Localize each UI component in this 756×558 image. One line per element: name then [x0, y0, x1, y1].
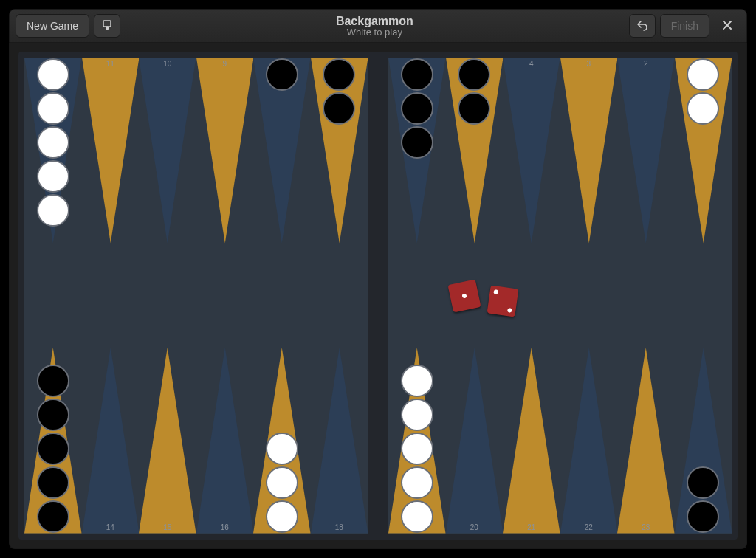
- checker-stack: [388, 364, 446, 534]
- point-18[interactable]: 18: [311, 296, 368, 534]
- die-2[interactable]: [487, 285, 518, 317]
- close-button[interactable]: [714, 14, 740, 38]
- point-triangle: [139, 58, 196, 244]
- point-4[interactable]: 4: [503, 58, 560, 296]
- point-triangle: [560, 348, 618, 534]
- black-checker[interactable]: [687, 466, 719, 499]
- black-checker[interactable]: [266, 58, 298, 91]
- checker-stack: [675, 466, 732, 534]
- point-15[interactable]: 15: [139, 296, 196, 534]
- svg-marker-4: [139, 58, 196, 244]
- black-checker[interactable]: [37, 500, 69, 533]
- white-checker[interactable]: [401, 466, 433, 499]
- point-triangle: [617, 348, 675, 534]
- header-right: Finish: [629, 14, 740, 38]
- point-6[interactable]: 6: [388, 58, 446, 296]
- svg-marker-11: [196, 348, 254, 534]
- svg-marker-23: [560, 348, 618, 534]
- svg-marker-21: [446, 348, 504, 534]
- point-3[interactable]: 3: [560, 58, 618, 296]
- svg-marker-18: [617, 58, 675, 244]
- svg-marker-9: [82, 348, 140, 534]
- point-23[interactable]: 23: [617, 296, 675, 534]
- point-10[interactable]: 10: [139, 58, 196, 296]
- point-triangle: [196, 348, 254, 534]
- white-checker[interactable]: [37, 160, 69, 193]
- hint-button[interactable]: [94, 14, 120, 38]
- point-20[interactable]: 20: [446, 296, 504, 534]
- black-checker[interactable]: [323, 58, 355, 91]
- point-triangle: [82, 58, 140, 244]
- point-16[interactable]: 16: [196, 296, 254, 534]
- window-subtitle: White to play: [347, 27, 402, 37]
- point-2[interactable]: 2: [617, 58, 675, 296]
- black-checker[interactable]: [37, 433, 69, 465]
- black-checker[interactable]: [687, 500, 719, 533]
- checker-stack: [253, 432, 311, 534]
- black-checker[interactable]: [323, 92, 355, 125]
- header-bar: New Game Backgammon White to play Finish: [9, 9, 747, 43]
- black-checker[interactable]: [458, 92, 490, 125]
- black-checker[interactable]: [401, 126, 433, 159]
- point-12[interactable]: 12: [24, 58, 82, 296]
- board-left-half: 121110987 131415161718: [24, 58, 368, 534]
- svg-marker-5: [196, 58, 254, 244]
- black-checker[interactable]: [37, 365, 69, 397]
- header-center: Backgammon White to play: [125, 16, 625, 37]
- point-triangle: [311, 348, 368, 534]
- checker-stack: [24, 364, 82, 534]
- checker-stack: [446, 58, 504, 125]
- point-13[interactable]: 13: [24, 296, 82, 534]
- svg-marker-16: [503, 58, 560, 244]
- point-11[interactable]: 11: [82, 58, 140, 296]
- white-checker[interactable]: [401, 433, 433, 465]
- die-1[interactable]: [447, 279, 481, 312]
- finish-button[interactable]: Finish: [660, 14, 709, 38]
- checker-stack: [253, 58, 311, 92]
- new-game-label: New Game: [27, 20, 78, 32]
- checker-stack: [675, 58, 732, 125]
- white-checker[interactable]: [401, 399, 433, 431]
- point-21[interactable]: 21: [503, 296, 560, 534]
- white-checker[interactable]: [687, 58, 719, 91]
- hint-icon: [101, 19, 113, 33]
- black-checker[interactable]: [37, 466, 69, 499]
- board-right-half: 654321 192021222324: [388, 58, 732, 534]
- white-checker[interactable]: [266, 433, 298, 465]
- svg-marker-10: [139, 348, 196, 534]
- black-checker[interactable]: [401, 58, 433, 91]
- point-triangle: [503, 58, 560, 244]
- point-14[interactable]: 14: [82, 296, 140, 534]
- point-7[interactable]: 7: [311, 58, 368, 296]
- point-9[interactable]: 9: [196, 58, 254, 296]
- close-icon: [721, 19, 733, 33]
- white-checker[interactable]: [401, 500, 433, 533]
- point-5[interactable]: 5: [446, 58, 504, 296]
- white-checker[interactable]: [266, 500, 298, 533]
- svg-marker-24: [617, 348, 675, 534]
- point-1[interactable]: 1: [675, 58, 732, 296]
- white-checker[interactable]: [37, 194, 69, 227]
- quadrant-bottom-right: 192021222324: [388, 296, 732, 534]
- black-checker[interactable]: [401, 92, 433, 125]
- svg-marker-22: [503, 348, 560, 534]
- point-24[interactable]: 24: [675, 296, 732, 534]
- point-22[interactable]: 22: [560, 296, 618, 534]
- white-checker[interactable]: [37, 58, 69, 91]
- point-19[interactable]: 19: [388, 296, 446, 534]
- white-checker[interactable]: [266, 466, 298, 499]
- white-checker[interactable]: [401, 365, 433, 397]
- checker-stack: [311, 58, 368, 125]
- black-checker[interactable]: [458, 58, 490, 91]
- point-8[interactable]: 8: [253, 58, 311, 296]
- point-triangle: [196, 58, 254, 244]
- board-container: 121110987 131415161718 654321 1920212223…: [9, 43, 747, 549]
- dice-area: [450, 277, 517, 315]
- white-checker[interactable]: [687, 92, 719, 125]
- white-checker[interactable]: [37, 126, 69, 159]
- undo-button[interactable]: [629, 14, 656, 38]
- point-17[interactable]: 17: [253, 296, 311, 534]
- black-checker[interactable]: [37, 399, 69, 431]
- white-checker[interactable]: [37, 92, 69, 125]
- new-game-button[interactable]: New Game: [16, 14, 89, 38]
